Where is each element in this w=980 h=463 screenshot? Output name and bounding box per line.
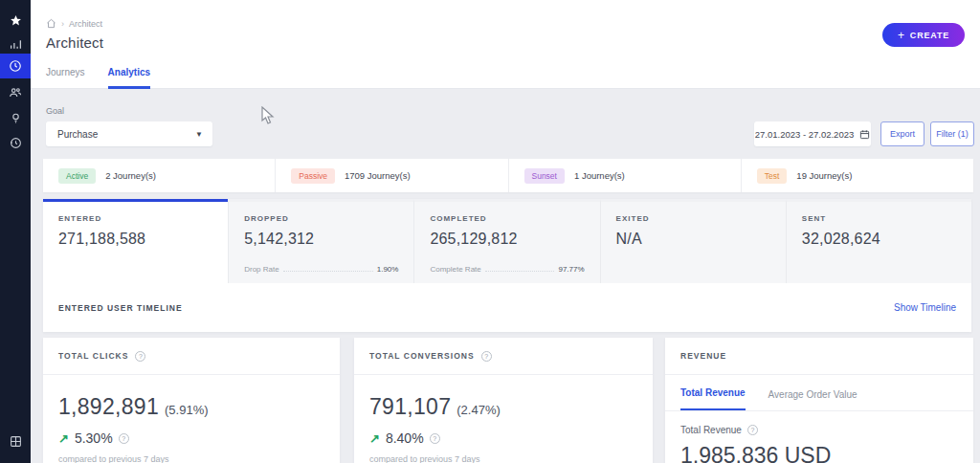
show-timeline-link[interactable]: Show Timeline [894, 302, 956, 313]
revenue-card: REVENUE Total Revenue Average Order Valu… [665, 338, 973, 463]
metric-value: 271,188,588 [58, 231, 212, 248]
calendar-icon [859, 129, 870, 140]
status-badge: Sunset [524, 168, 565, 184]
journey-status-row: Active 2 Journey(s) Passive 1709 Journey… [43, 159, 973, 192]
card-title: REVENUE [680, 351, 726, 361]
revenue-metric-label: Total Revenue ? [665, 425, 973, 435]
journeys-icon[interactable] [0, 54, 31, 78]
revenue-metric-label-text: Total Revenue [680, 425, 742, 435]
analytics-page: › Architect Architect Journeys Analytics… [0, 0, 980, 463]
metric-tab-entered[interactable]: ENTERED 271,188,588 [43, 199, 228, 283]
metric-subrow: Drop Rate 1.90% [244, 265, 398, 274]
breadcrumb-chevron-icon: › [61, 19, 64, 29]
tab-journeys[interactable]: Journeys [46, 67, 85, 89]
metric-tab-exited[interactable]: EXITED N/A [600, 199, 786, 283]
home-icon[interactable] [46, 18, 56, 29]
clicks-rate: (5.91%) [165, 403, 209, 417]
history-icon[interactable] [0, 130, 31, 155]
metrics-card: ENTERED 271,188,588 DROPPED 5,142,312 Dr… [43, 199, 971, 332]
date-range-picker[interactable]: 27.01.2023 - 27.02.2023 [754, 121, 871, 146]
metric-value: N/A [616, 231, 770, 248]
clicks-change: 5.30% [75, 430, 113, 446]
goal-select-value: Purchase [57, 129, 98, 140]
export-button[interactable]: Export [880, 121, 924, 146]
timeline-bar: ENTERED USER TIMELINE Show Timeline [43, 283, 971, 332]
card-title: TOTAL CONVERSIONS [369, 351, 475, 361]
card-header: TOTAL CLICKS ? [43, 338, 340, 375]
status-badge: Test [757, 168, 788, 184]
status-cell-test[interactable]: Test 19 Journey(s) [742, 159, 973, 192]
metric-label: COMPLETED [430, 214, 584, 223]
goal-select[interactable]: Purchase ▼ [46, 121, 212, 146]
conversions-rate: (2.47%) [457, 403, 501, 417]
metric-subrow: Complete Rate 97.77% [430, 265, 584, 274]
lightbulb-icon[interactable] [0, 105, 31, 130]
help-icon[interactable]: ? [119, 433, 129, 444]
metric-sub-label: Drop Rate [244, 265, 278, 274]
tab-average-order-value[interactable]: Average Order Value [768, 389, 858, 410]
status-cell-sunset[interactable]: Sunset 1 Journey(s) [509, 159, 742, 192]
metric-value: 32,028,624 [802, 231, 956, 248]
header-tabs: Journeys Analytics [46, 67, 150, 89]
metric-sub-value: 1.90% [377, 265, 399, 274]
date-range-value: 27.01.2023 - 27.02.2023 [755, 129, 855, 140]
dotted-leader [283, 271, 373, 272]
sidebar [0, 0, 31, 463]
metric-tabs: ENTERED 271,188,588 DROPPED 5,142,312 Dr… [43, 199, 971, 283]
help-icon[interactable]: ? [430, 433, 440, 444]
metric-sub-label: Complete Rate [430, 265, 480, 274]
revenue-tabs: Total Revenue Average Order Value [665, 375, 973, 411]
metric-label: DROPPED [244, 214, 398, 223]
metric-label: SENT [802, 214, 956, 223]
metric-label: ENTERED [58, 214, 212, 223]
page-title: Architect [46, 34, 103, 51]
total-clicks-card: TOTAL CLICKS ? 1,892,891 (5.91%) ↗ 5.30%… [43, 338, 340, 463]
filter-button[interactable]: Filter (1) [930, 121, 974, 146]
metric-tab-completed[interactable]: COMPLETED 265,129,812 Complete Rate 97.7… [413, 199, 599, 283]
status-badge: Active [58, 168, 96, 184]
card-title: TOTAL CLICKS [58, 351, 128, 361]
metric-sub-value: 97.77% [558, 265, 584, 274]
breadcrumb: › Architect [46, 18, 102, 29]
help-icon[interactable]: ? [747, 425, 758, 435]
trend-up-icon: ↗ [58, 431, 69, 446]
create-button[interactable]: + CREATE [882, 23, 965, 47]
breadcrumb-item[interactable]: Architect [69, 19, 102, 29]
card-header: REVENUE [665, 338, 973, 375]
header: › Architect Architect Journeys Analytics… [31, 0, 980, 89]
status-count: 1 Journey(s) [574, 170, 625, 181]
card-body: 791,107 (2.47%) ↗ 8.40% ? compared to pr… [354, 375, 653, 463]
card-header: TOTAL CONVERSIONS ? [354, 338, 653, 375]
star-icon[interactable] [0, 8, 31, 33]
mouse-cursor [261, 106, 275, 125]
create-button-label: CREATE [910, 31, 949, 40]
timeline-title: ENTERED USER TIMELINE [58, 303, 183, 313]
compare-text: compared to previous 7 days [369, 454, 637, 463]
chevron-down-icon: ▼ [195, 130, 203, 139]
compare-text: compared to previous 7 days [58, 454, 324, 463]
apps-grid-icon[interactable] [0, 429, 31, 453]
metric-tab-dropped[interactable]: DROPPED 5,142,312 Drop Rate 1.90% [228, 199, 413, 283]
status-count: 19 Journey(s) [796, 170, 852, 181]
dotted-leader [485, 271, 555, 272]
metric-label: EXITED [616, 214, 770, 223]
status-cell-active[interactable]: Active 2 Journey(s) [43, 159, 276, 192]
conversions-change: 8.40% [386, 430, 424, 446]
tab-analytics[interactable]: Analytics [108, 67, 150, 89]
total-conversions-card: TOTAL CONVERSIONS ? 791,107 (2.47%) ↗ 8.… [354, 338, 653, 463]
metric-value: 5,142,312 [244, 231, 398, 248]
help-icon[interactable]: ? [481, 351, 492, 362]
status-badge: Passive [291, 168, 335, 184]
status-cell-passive[interactable]: Passive 1709 Journey(s) [276, 159, 508, 192]
help-icon[interactable]: ? [135, 351, 145, 362]
goal-label: Goal [46, 106, 64, 116]
trend-up-icon: ↗ [369, 431, 380, 446]
status-count: 1709 Journey(s) [345, 170, 411, 181]
metric-tab-sent[interactable]: SENT 32,028,624 [786, 199, 971, 283]
status-count: 2 Journey(s) [105, 170, 156, 181]
metric-value: 265,129,812 [430, 231, 584, 248]
conversions-value: 791,107 [369, 394, 451, 420]
revenue-value: 1,985,836 USD [665, 443, 973, 463]
audience-icon[interactable] [0, 80, 31, 105]
tab-total-revenue[interactable]: Total Revenue [680, 387, 746, 410]
